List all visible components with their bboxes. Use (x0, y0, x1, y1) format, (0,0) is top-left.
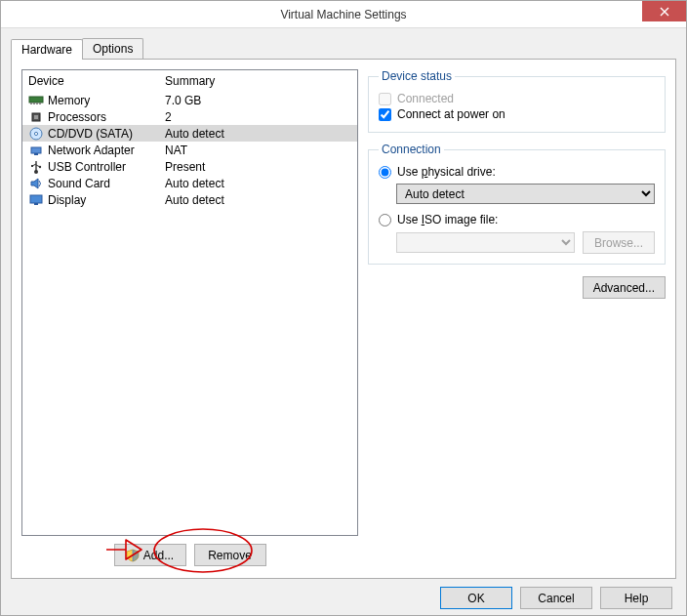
svg-point-11 (34, 170, 38, 174)
close-button[interactable] (642, 1, 686, 21)
device-row[interactable]: CD/DVD (SATA)Auto detect (22, 125, 357, 142)
checkbox-connected (379, 93, 391, 105)
add-button-label: Add... (143, 549, 174, 562)
disc-icon (28, 127, 44, 141)
ok-button-label: OK (467, 592, 484, 605)
device-summary: 2 (165, 110, 351, 124)
right-column: Device status Connected Connect at power… (368, 69, 666, 568)
device-row[interactable]: DisplayAuto detect (22, 191, 357, 208)
tab-options[interactable]: Options (82, 38, 143, 59)
combo-physical-drive[interactable]: Auto detect (396, 184, 655, 204)
svg-rect-14 (30, 195, 42, 203)
device-row[interactable]: Memory7.0 GB (22, 92, 357, 108)
device-name: Memory (48, 94, 90, 107)
ok-button[interactable]: OK (440, 587, 512, 609)
svg-rect-3 (36, 103, 38, 104)
tabpage-hardware: Device Summary Memory7.0 GBProcessors2CD… (11, 59, 676, 579)
checkbox-connect-at-power-on[interactable] (379, 108, 391, 121)
group-connection: Connection Use physical drive: Auto dete… (368, 143, 666, 265)
device-name: USB Controller (48, 160, 126, 174)
cancel-button[interactable]: Cancel (520, 587, 592, 609)
memory-icon (28, 94, 44, 107)
settings-window: Virtual Machine Settings Hardware Option… (0, 0, 687, 616)
device-list-header: Device Summary (22, 70, 357, 92)
col-summary: Summary (165, 74, 351, 88)
device-summary: Auto detect (165, 177, 351, 190)
label-connected: Connected (397, 92, 454, 105)
tab-hardware[interactable]: Hardware (11, 39, 83, 60)
device-name: Sound Card (48, 177, 110, 190)
close-icon (660, 7, 669, 17)
dialog-footer: OK Cancel Help (11, 579, 676, 609)
titlebar: Virtual Machine Settings (1, 1, 686, 28)
radio-use-iso[interactable] (379, 214, 391, 226)
cancel-button-label: Cancel (538, 592, 574, 605)
advanced-button-label: Advanced... (593, 281, 655, 295)
svg-rect-10 (34, 153, 38, 155)
svg-rect-12 (31, 165, 33, 167)
tab-options-label: Options (93, 42, 133, 56)
device-row[interactable]: USB ControllerPresent (22, 158, 357, 175)
device-summary: 7.0 GB (165, 94, 351, 107)
remove-button[interactable]: Remove (194, 544, 266, 566)
svg-rect-9 (31, 147, 41, 153)
svg-rect-6 (34, 115, 38, 119)
group-connection-legend: Connection (379, 143, 444, 156)
add-button[interactable]: Add... (114, 544, 186, 566)
combo-iso-path (396, 232, 575, 253)
label-connect-at-power-on: Connect at power on (397, 107, 505, 121)
svg-rect-1 (30, 103, 32, 104)
device-list-buttons: Add... Remove (21, 536, 358, 568)
sound-icon (28, 177, 44, 190)
row-use-iso[interactable]: Use ISO image file: (379, 212, 655, 227)
remove-button-label: Remove (208, 549, 252, 562)
display-icon (28, 193, 44, 207)
device-summary: Present (165, 160, 351, 174)
usb-icon (28, 160, 44, 174)
device-summary: NAT (165, 144, 351, 157)
window-title: Virtual Machine Settings (280, 8, 406, 21)
device-name: Display (48, 193, 86, 207)
browse-button-label: Browse... (594, 236, 643, 250)
label-use-physical: Use physical drive: (397, 165, 496, 179)
device-summary: Auto detect (165, 193, 351, 207)
shield-icon (126, 549, 140, 562)
device-summary: Auto detect (165, 127, 351, 141)
label-use-iso: Use ISO image file: (397, 213, 498, 226)
svg-rect-4 (39, 103, 41, 104)
tab-hardware-label: Hardware (21, 43, 72, 57)
group-device-status: Device status Connected Connect at power… (368, 69, 666, 133)
col-device: Device (28, 74, 165, 88)
device-row[interactable]: Processors2 (22, 108, 357, 125)
advanced-button[interactable]: Advanced... (583, 276, 666, 299)
device-name: Processors (48, 110, 106, 124)
svg-point-13 (39, 165, 41, 167)
device-row[interactable]: Network AdapterNAT (22, 142, 357, 158)
left-column: Device Summary Memory7.0 GBProcessors2CD… (21, 69, 358, 568)
processors-icon (28, 110, 44, 124)
device-list[interactable]: Device Summary Memory7.0 GBProcessors2CD… (21, 69, 358, 536)
svg-rect-15 (34, 203, 38, 205)
help-button[interactable]: Help (600, 587, 672, 609)
device-name: Network Adapter (48, 144, 135, 157)
row-connect-at-power-on[interactable]: Connect at power on (379, 106, 655, 122)
row-connected: Connected (379, 91, 655, 106)
client-area: Hardware Options Device Summary Memory7.… (1, 28, 686, 615)
svg-point-8 (34, 132, 37, 135)
device-row[interactable]: Sound CardAuto detect (22, 175, 357, 191)
row-use-physical[interactable]: Use physical drive: (379, 164, 655, 180)
radio-use-physical[interactable] (379, 166, 391, 179)
device-name: CD/DVD (SATA) (48, 127, 133, 141)
group-device-status-legend: Device status (379, 69, 455, 83)
network-icon (28, 144, 44, 157)
svg-rect-0 (29, 97, 43, 103)
svg-rect-2 (33, 103, 35, 104)
tabstrip: Hardware Options (11, 38, 676, 59)
browse-button: Browse... (583, 231, 655, 254)
help-button-label: Help (625, 592, 649, 605)
